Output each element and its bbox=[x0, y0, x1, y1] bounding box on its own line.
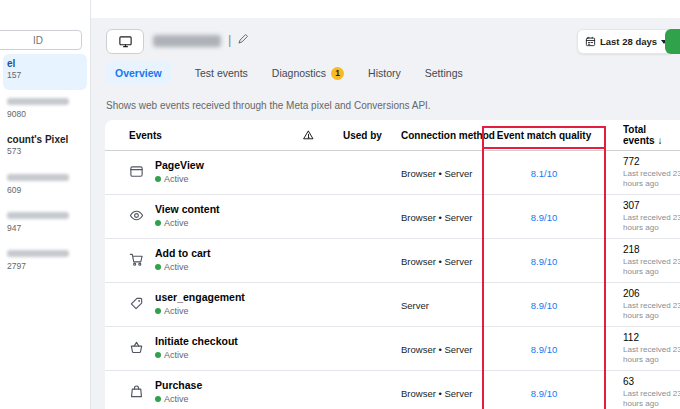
pixel-list-item[interactable]: 2797 bbox=[3, 244, 87, 280]
tab-diagnostics[interactable]: Diagnostics 1 bbox=[272, 67, 344, 80]
event-status: Active bbox=[155, 394, 202, 404]
pixel-list-item[interactable]: el 157 bbox=[3, 54, 87, 90]
event-match-quality-link[interactable]: 8.1/10 bbox=[482, 167, 606, 178]
event-cell: user_engagement Active bbox=[155, 291, 245, 316]
status-label: Active bbox=[164, 218, 189, 228]
total-events-value: 307 bbox=[623, 200, 680, 211]
total-events-value: 63 bbox=[623, 376, 680, 387]
event-cell: PageView Active bbox=[155, 159, 204, 184]
event-cell: View content Active bbox=[155, 203, 220, 228]
event-match-quality-link[interactable]: 8.9/10 bbox=[482, 255, 606, 266]
event-status: Active bbox=[155, 262, 210, 272]
last-received-label: Last received 23 hours ago bbox=[623, 345, 680, 366]
table-row[interactable]: Purchase Active Browser • Server 8.9/10 … bbox=[105, 371, 680, 409]
last-received-label: Last received 23 hours ago bbox=[623, 389, 680, 409]
active-status-dot bbox=[155, 396, 161, 402]
event-match-quality-link[interactable]: 8.9/10 bbox=[482, 211, 606, 222]
event-match-quality-link[interactable]: 8.9/10 bbox=[482, 387, 606, 398]
top-white-strip bbox=[0, 0, 680, 18]
total-events-value: 218 bbox=[623, 244, 680, 255]
sidebar-search-input[interactable] bbox=[0, 30, 82, 50]
tab-test-events[interactable]: Test events bbox=[195, 67, 248, 79]
active-status-dot bbox=[155, 308, 161, 314]
pixel-id: 573 bbox=[7, 146, 85, 156]
total-events-value: 206 bbox=[623, 288, 680, 299]
connection-method: Browser • Server bbox=[401, 343, 472, 354]
active-status-dot bbox=[155, 176, 161, 182]
event-name: user_engagement bbox=[155, 291, 245, 303]
total-events-value: 772 bbox=[623, 156, 680, 167]
active-status-dot bbox=[155, 220, 161, 226]
pixel-name-redacted bbox=[7, 250, 69, 257]
active-status-dot bbox=[155, 264, 161, 270]
diagnostics-badge: 1 bbox=[331, 67, 344, 80]
pixel-name-redacted bbox=[153, 35, 221, 47]
status-label: Active bbox=[164, 394, 189, 404]
edit-name-button[interactable] bbox=[237, 33, 249, 45]
pencil-icon bbox=[237, 33, 249, 45]
table-row[interactable]: View content Active Browser • Server 8.9… bbox=[105, 195, 680, 239]
event-name: View content bbox=[155, 203, 220, 215]
pixel-name: count's Pixel bbox=[7, 134, 85, 146]
date-range-dropdown[interactable]: Last 28 days bbox=[577, 29, 675, 54]
connection-method: Browser • Server bbox=[401, 255, 472, 266]
monitor-icon bbox=[118, 34, 133, 49]
table-row[interactable]: Add to cart Active Browser • Server 8.9/… bbox=[105, 239, 680, 283]
event-name: Purchase bbox=[155, 379, 202, 391]
tab-label: History bbox=[368, 67, 401, 79]
pixel-id: 609 bbox=[7, 185, 85, 195]
event-cell: Initiate checkout Active bbox=[155, 335, 238, 360]
connection-method: Browser • Server bbox=[401, 387, 472, 398]
pixel-sidebar: el 157 9080 count's Pixel 573 609 947 27… bbox=[0, 0, 91, 409]
connection-method: Browser • Server bbox=[401, 167, 472, 178]
table-row[interactable]: PageView Active Browser • Server 8.1/10 … bbox=[105, 151, 680, 195]
event-name: Initiate checkout bbox=[155, 335, 238, 347]
tab-bar: Overview Test events Diagnostics 1 Histo… bbox=[106, 61, 463, 85]
tab-label: Diagnostics bbox=[272, 67, 326, 79]
connection-method: Server bbox=[401, 299, 429, 310]
last-received-label: Last received 23 hours ago bbox=[623, 257, 680, 278]
total-events-cell: 218 Last received 23 hours ago bbox=[623, 244, 680, 278]
warning-icon bbox=[303, 130, 314, 141]
last-received-label: Last received 23 hours ago bbox=[623, 213, 680, 234]
total-events-value: 112 bbox=[623, 332, 680, 343]
event-match-quality-link[interactable]: 8.9/10 bbox=[482, 299, 606, 310]
custom-event-icon bbox=[129, 296, 144, 311]
pixel-list-item[interactable]: 9080 bbox=[3, 92, 87, 128]
total-events-cell: 307 Last received 23 hours ago bbox=[623, 200, 680, 234]
pixel-type-button[interactable] bbox=[106, 29, 144, 54]
tab-overview[interactable]: Overview bbox=[106, 62, 171, 84]
pixel-name: el bbox=[7, 58, 85, 70]
status-label: Active bbox=[164, 174, 189, 184]
eye-icon bbox=[129, 208, 144, 223]
event-status: Active bbox=[155, 218, 220, 228]
pixel-list-item[interactable]: count's Pixel 573 bbox=[3, 130, 87, 166]
column-header-total-events[interactable]: Total events ↓ bbox=[623, 124, 680, 146]
event-cell: Add to cart Active bbox=[155, 247, 210, 272]
cart-icon bbox=[129, 252, 144, 267]
primary-action-button[interactable] bbox=[665, 29, 680, 54]
status-label: Active bbox=[164, 350, 189, 360]
status-label: Active bbox=[164, 262, 189, 272]
column-header-events: Events bbox=[129, 130, 162, 141]
table-header-row: Events Used by Connection method Event m… bbox=[105, 120, 680, 151]
event-status: Active bbox=[155, 350, 238, 360]
event-name: PageView bbox=[155, 159, 204, 171]
name-divider: | bbox=[228, 32, 231, 47]
event-match-quality-link[interactable]: 8.9/10 bbox=[482, 343, 606, 354]
tab-settings[interactable]: Settings bbox=[425, 67, 463, 79]
active-status-dot bbox=[155, 352, 161, 358]
event-cell: Purchase Active bbox=[155, 379, 202, 404]
pixel-list-item[interactable]: 609 bbox=[3, 168, 87, 204]
events-description: Shows web events received through the Me… bbox=[106, 100, 431, 111]
tab-label: Settings bbox=[425, 67, 463, 79]
tab-history[interactable]: History bbox=[368, 67, 401, 79]
table-row[interactable]: user_engagement Active Server 8.9/10 206… bbox=[105, 283, 680, 327]
pixel-list-item[interactable]: 947 bbox=[3, 206, 87, 242]
pixel-id: 2797 bbox=[7, 261, 85, 271]
table-row[interactable]: Initiate checkout Active Browser • Serve… bbox=[105, 327, 680, 371]
connection-method: Browser • Server bbox=[401, 211, 472, 222]
total-events-cell: 772 Last received 23 hours ago bbox=[623, 156, 680, 190]
pixel-name-redacted bbox=[7, 212, 69, 219]
pixel-name-redacted bbox=[7, 98, 69, 105]
